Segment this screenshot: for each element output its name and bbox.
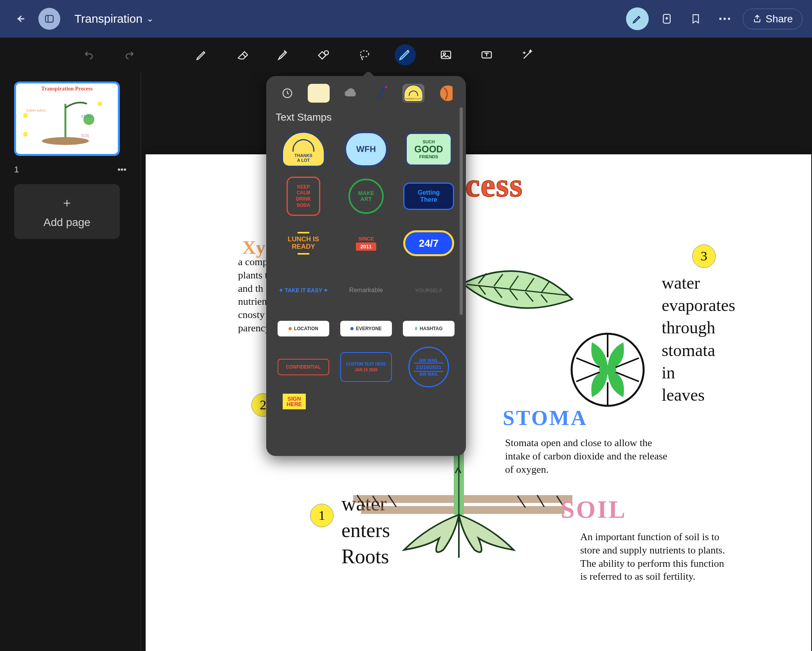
objects-tab-icon[interactable] bbox=[434, 84, 456, 103]
wand-tool-icon[interactable] bbox=[517, 44, 538, 65]
note-page[interactable]: ion Process Xy a comp plants t and th nu… bbox=[146, 154, 811, 651]
share-label: Share bbox=[766, 13, 793, 25]
sticker-confidential[interactable]: CONFIDENTIAL bbox=[274, 347, 333, 387]
sticker-category-tabs: THANKS A LOT bbox=[273, 82, 459, 109]
page-options-icon[interactable]: ••• bbox=[117, 165, 126, 175]
sticker-since-2011[interactable]: SINCE2011 bbox=[337, 223, 395, 264]
sticky-note-tab-icon[interactable] bbox=[308, 84, 330, 103]
svg-point-20 bbox=[599, 365, 616, 374]
text-box-tool-icon[interactable] bbox=[476, 44, 497, 65]
svg-point-18 bbox=[97, 101, 102, 106]
document-title-dropdown[interactable]: Transpiration ⌄ bbox=[74, 12, 153, 25]
page-thumbnail[interactable]: Transpiration Process Xylem tubes STOMA … bbox=[14, 81, 120, 156]
stoma-note: Stomata open and close to allow the inta… bbox=[505, 436, 669, 476]
sticker-make-art[interactable]: MAKE ART bbox=[337, 176, 395, 217]
svg-point-2 bbox=[719, 18, 722, 20]
stoma-label: STOMA bbox=[503, 406, 588, 430]
svg-rect-5 bbox=[319, 52, 326, 59]
xylem-label: Xy bbox=[242, 237, 265, 258]
sticker-lunch-ready[interactable]: LUNCH IS READY bbox=[274, 223, 333, 264]
eraser-tool-icon[interactable] bbox=[232, 44, 253, 65]
image-tool-icon[interactable] bbox=[435, 44, 457, 65]
svg-text:SOIL: SOIL bbox=[81, 134, 90, 138]
sticker-everyone-chip[interactable]: EVERYONE bbox=[337, 317, 395, 340]
xylem-note: a comp plants t and th nutrient cnosty p… bbox=[238, 255, 270, 335]
sticker-tool-icon[interactable] bbox=[395, 44, 416, 65]
sticker-air-mail[interactable]: AIR MAIL 21/10/2021 AIR MAIL bbox=[399, 347, 458, 387]
step-circle-3: 3 bbox=[692, 244, 716, 268]
svg-point-9 bbox=[443, 53, 445, 55]
soil-note: An important function of soil is to stor… bbox=[580, 530, 733, 583]
sticker-popover: THANKS A LOT Text Stamps THANKS A LOT WF… bbox=[266, 76, 466, 456]
pen-heart-tab-icon[interactable] bbox=[371, 84, 393, 103]
svg-point-7 bbox=[360, 51, 368, 57]
tool-toolbar bbox=[0, 38, 812, 72]
undo-icon[interactable] bbox=[78, 44, 99, 65]
svg-rect-0 bbox=[45, 15, 53, 22]
chevron-down-icon: ⌄ bbox=[146, 14, 153, 24]
canvas-viewport[interactable]: ion Process Xy a comp plants t and th nu… bbox=[141, 72, 812, 651]
svg-point-4 bbox=[728, 18, 730, 20]
add-page-button[interactable]: ＋ Add page bbox=[14, 184, 120, 239]
page-number: 1 bbox=[14, 165, 19, 175]
step3-note: water evaporates through stomata in leav… bbox=[662, 272, 735, 406]
recent-tab-icon[interactable] bbox=[276, 84, 298, 103]
top-app-bar: Transpiration ⌄ Share bbox=[0, 0, 812, 38]
pen-tool-icon[interactable] bbox=[191, 44, 212, 65]
sticker-remarkable[interactable]: Remarkable bbox=[337, 270, 395, 311]
add-document-icon[interactable] bbox=[656, 8, 678, 30]
svg-point-6 bbox=[324, 51, 328, 55]
svg-text:STOMA: STOMA bbox=[81, 114, 94, 118]
thumb-sketch-icon: Xylem tubes STOMA SOIL bbox=[18, 92, 116, 151]
main-area: Transpiration Process Xylem tubes STOMA … bbox=[0, 72, 812, 651]
thumb-title: Transpiration Process bbox=[18, 86, 115, 92]
sticker-hashtag-chip[interactable]: #HASHTAG bbox=[399, 317, 458, 340]
topbar-left-group: Transpiration ⌄ bbox=[9, 8, 153, 30]
svg-point-17 bbox=[23, 132, 28, 137]
pages-sidebar: Transpiration Process Xylem tubes STOMA … bbox=[0, 72, 141, 651]
sticker-getting-there[interactable]: Getting There bbox=[399, 176, 458, 217]
stoma-diagram-icon bbox=[568, 331, 647, 409]
highlighter-tool-icon[interactable] bbox=[272, 44, 294, 65]
add-page-label: Add page bbox=[43, 216, 90, 229]
shape-tool-icon[interactable] bbox=[313, 44, 334, 65]
sticker-wfh[interactable]: WFH bbox=[337, 129, 395, 170]
step-circle-1: 1 bbox=[310, 504, 334, 527]
sticker-yourself[interactable]: YOURSELF bbox=[399, 270, 458, 311]
sticker-location-chip[interactable]: LOCATION bbox=[274, 317, 333, 340]
lasso-tool-icon[interactable] bbox=[354, 44, 375, 65]
sticker-thanks-a-lot[interactable]: THANKS A LOT bbox=[274, 129, 333, 170]
share-button[interactable]: Share bbox=[743, 9, 803, 29]
bookmark-icon[interactable] bbox=[685, 8, 707, 30]
edit-mode-badge-icon[interactable] bbox=[626, 7, 649, 30]
svg-point-11 bbox=[42, 137, 89, 145]
popover-title: Text Stamps bbox=[276, 111, 457, 123]
popover-scrollbar[interactable] bbox=[460, 107, 463, 315]
svg-text:Xylem tubes: Xylem tubes bbox=[26, 108, 46, 112]
sticker-grid: THANKS A LOT WFH SUCH GOOD FRIENDS KEEP … bbox=[273, 129, 459, 409]
back-arrow-icon[interactable] bbox=[9, 8, 31, 30]
share-arrow-icon bbox=[752, 14, 762, 24]
sticker-take-it-easy[interactable]: ✦ TAKE IT EASY ✦ bbox=[274, 270, 333, 311]
topbar-right-group: Share bbox=[626, 7, 803, 30]
pages-panel-icon[interactable] bbox=[38, 8, 60, 30]
sticker-24-7[interactable]: 24/7 bbox=[399, 223, 458, 264]
text-stamps-tab-icon[interactable]: THANKS A LOT bbox=[402, 84, 424, 103]
more-menu-icon[interactable] bbox=[714, 8, 736, 30]
soil-label: SOIL bbox=[561, 495, 627, 524]
svg-point-16 bbox=[23, 113, 28, 118]
sticker-sign-here[interactable]: SIGN HERE bbox=[274, 394, 333, 409]
thumb-footer: 1 ••• bbox=[14, 165, 126, 175]
sticker-custom-text[interactable]: CUSTOM TEXT HEREJAN 15 2020 bbox=[337, 347, 395, 387]
plus-icon: ＋ bbox=[61, 194, 73, 212]
sticker-good-friends[interactable]: SUCH GOOD FRIENDS bbox=[399, 129, 458, 170]
sticker-keep-calm[interactable]: KEEP CALM DRINK SODA bbox=[274, 176, 333, 217]
cloud-tab-icon[interactable] bbox=[339, 84, 361, 103]
document-title-text: Transpiration bbox=[74, 12, 143, 25]
redo-icon[interactable] bbox=[119, 44, 140, 65]
svg-point-3 bbox=[724, 18, 726, 20]
